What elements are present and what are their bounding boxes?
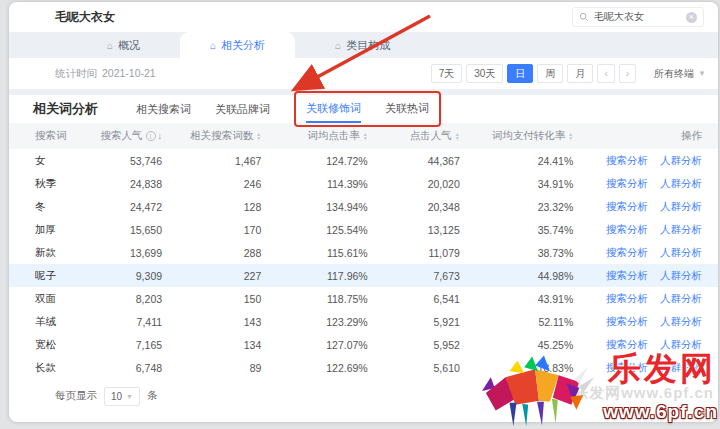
search-analysis-link[interactable]: 搜索分析 [606,154,648,166]
col-search-word: 搜索词 [9,123,87,149]
crowd-analysis-link[interactable]: 人群分析 [660,223,702,235]
section-tabs: 相关搜索词 关联品牌词 关联修饰词 关联热词 [136,95,441,123]
tab-label: 概况 [118,38,140,53]
range-30d-button[interactable]: 30天 [466,64,503,83]
header: 毛呢大衣女 × [9,2,718,32]
page-title: 毛呢大衣女 [55,9,115,26]
tab-overview[interactable]: ⌂ 概况 [77,32,170,58]
search-analysis-link[interactable]: 搜索分析 [606,177,648,189]
sort-icon[interactable]: ▲▼ [256,132,261,140]
sort-icon[interactable]: ▲▼ [455,132,460,140]
col-operations: 操作 [583,123,718,149]
search-analysis-link[interactable]: 搜索分析 [606,200,648,212]
tab-leading-icon: ⌂ [335,40,341,51]
table-row: 新款13,699288115.61%11,07938.73%搜索分析人群分析 [9,241,718,264]
subtab-related-brand-words[interactable]: 关联品牌词 [215,96,270,122]
terminal-dropdown-value: 所有终端 [654,67,694,81]
table-row: 加厚15,650170125.54%13,12535.74%搜索分析人群分析 [9,218,718,241]
crowd-analysis-link[interactable]: 人群分析 [660,177,702,189]
terminal-dropdown[interactable]: 所有终端 ▼ [654,67,706,81]
tab-related-analysis[interactable]: ⌂ 相关分析 [180,32,295,58]
section-title: 相关词分析 [33,100,98,118]
tab-leading-icon: ⌂ [210,40,216,51]
tab-label: 类目构成 [346,38,390,53]
sort-icon[interactable]: ▲▼ [363,132,368,140]
search-analysis-link[interactable]: 搜索分析 [606,246,648,258]
page-size-select[interactable]: 10 ▼ [104,387,140,406]
range-month-button[interactable]: 月 [567,64,593,83]
tab-label: 相关分析 [221,38,265,53]
col-search-popularity[interactable]: 搜索人气i↓ [87,123,172,149]
sort-desc-icon[interactable]: ↓ [158,131,163,141]
tab-category-composition[interactable]: ⌂ 类目构成 [305,32,420,58]
col-related-word-count[interactable]: 相关搜索词数▲▼ [172,123,271,149]
stat-time: 统计时间 2021-10-21 [55,67,156,81]
crowd-analysis-link[interactable]: 人群分析 [660,338,702,350]
prev-date-button[interactable]: ‹ [597,64,614,83]
nav-tabstrip: ⌂ 概况 ⌂ 相关分析 ⌂ 类目构成 [9,32,718,58]
search-analysis-link[interactable]: 搜索分析 [606,269,648,281]
table-row: 双面8,203150118.75%6,54143.91%搜索分析人群分析 [9,287,718,310]
page-size-suffix: 条 [147,389,158,403]
crowd-analysis-link[interactable]: 人群分析 [660,361,702,373]
info-icon[interactable]: i [146,131,156,141]
page-size-prefix: 每页显示 [55,389,97,403]
table-row: 长款6,74889122.69%5,61018.83%搜索分析人群分析 [9,356,718,379]
crowd-analysis-link[interactable]: 人群分析 [660,269,702,281]
chevron-down-icon: ▼ [698,69,706,78]
search-analysis-link[interactable]: 搜索分析 [606,223,648,235]
annotation-red-box: 关联修饰词 关联热词 [294,91,441,127]
table-row: 羊绒7,411143123.29%5,92152.11%搜索分析人群分析 [9,310,718,333]
tab-leading-icon: ⌂ [107,40,113,51]
toolbar: 统计时间 2021-10-21 7天 30天 日 周 月 ‹ › 所有终端 ▼ [9,58,718,89]
sort-icon[interactable]: ▲▼ [568,132,573,140]
chevron-down-icon: ▼ [126,393,133,400]
subtab-related-search-words[interactable]: 相关搜索词 [136,96,191,122]
col-avg-pay-conversion[interactable]: 词均支付转化率▲▼ [470,123,583,149]
crowd-analysis-link[interactable]: 人群分析 [660,154,702,166]
stat-time-label: 统计时间 [55,67,97,81]
range-week-button[interactable]: 周 [537,64,563,83]
subtab-related-hot-words[interactable]: 关联热词 [385,95,429,123]
stat-time-value: 2021-10-21 [102,67,156,81]
search-analysis-link[interactable]: 搜索分析 [606,361,648,373]
app-panel: 毛呢大衣女 × ⌂ 概况 ⌂ 相关分析 ⌂ 类目构成 统计时间 2021-10-… [9,2,718,422]
pagination: 每页显示 10 ▼ 条 [9,379,718,413]
section-header: 相关词分析 相关搜索词 关联品牌词 关联修饰词 关联热词 [9,95,718,123]
subtab-related-modifier-words[interactable]: 关联修饰词 [306,95,361,123]
table-row-highlighted: 呢子9,309227117.96%7,67344.98%搜索分析人群分析 [9,264,718,287]
search-analysis-link[interactable]: 搜索分析 [606,338,648,350]
keywords-table: 搜索词 搜索人气i↓ 相关搜索词数▲▼ 词均点击率▲▼ 点击人气▲▼ 词均支付转… [9,123,718,379]
crowd-analysis-link[interactable]: 人群分析 [660,292,702,304]
crowd-analysis-link[interactable]: 人群分析 [660,315,702,327]
search-analysis-link[interactable]: 搜索分析 [606,315,648,327]
next-date-button[interactable]: › [619,64,636,83]
table-row: 冬24,472128134.94%20,34823.32%搜索分析人群分析 [9,195,718,218]
table-row: 宽松7,165134127.07%5,95245.25%搜索分析人群分析 [9,333,718,356]
table-row: 女53,7461,467124.72%44,36724.41%搜索分析人群分析 [9,149,718,172]
search-analysis-link[interactable]: 搜索分析 [606,292,648,304]
range-7d-button[interactable]: 7天 [431,64,463,83]
clear-search-icon[interactable]: × [686,12,697,23]
search-box[interactable]: × [572,7,704,27]
search-icon [579,12,589,22]
range-day-button[interactable]: 日 [507,64,533,83]
search-input[interactable] [594,12,681,23]
page-size-value: 10 [111,391,122,402]
table-row: 秋季24,838246114.39%20,02034.91%搜索分析人群分析 [9,172,718,195]
crowd-analysis-link[interactable]: 人群分析 [660,246,702,258]
crowd-analysis-link[interactable]: 人群分析 [660,200,702,212]
